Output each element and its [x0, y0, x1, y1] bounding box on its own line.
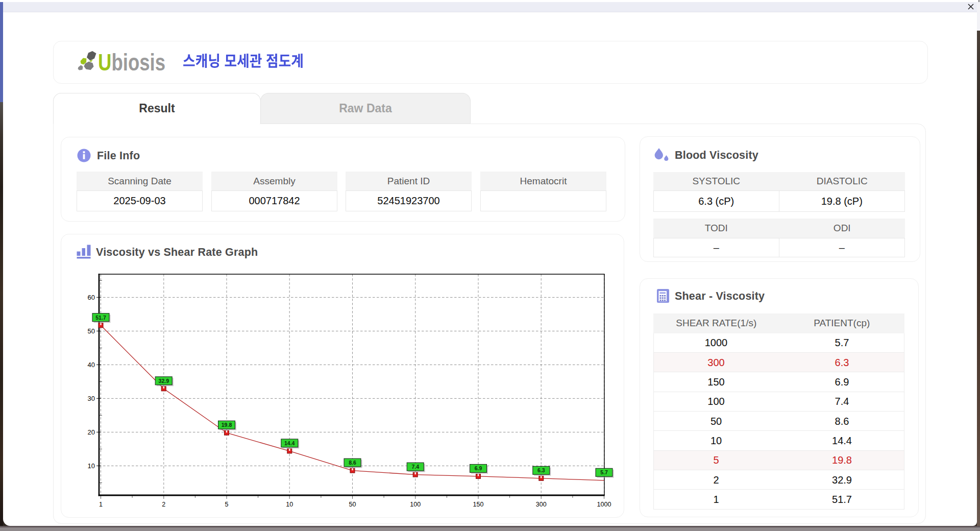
svg-text:5.7: 5.7 [600, 469, 608, 475]
svg-text:150: 150 [473, 501, 484, 508]
svg-text:100: 100 [410, 501, 421, 508]
svg-text:60: 60 [88, 294, 95, 301]
svg-text:6.9: 6.9 [475, 465, 482, 471]
svg-text:10: 10 [286, 501, 293, 508]
svg-text:50: 50 [88, 327, 95, 335]
svg-text:2: 2 [162, 501, 165, 508]
svg-text:7.4: 7.4 [411, 464, 419, 470]
svg-text:40: 40 [88, 361, 95, 369]
svg-text:10: 10 [88, 462, 95, 470]
svg-text:20: 20 [88, 428, 95, 436]
svg-text:5: 5 [225, 501, 229, 508]
svg-text:50: 50 [349, 501, 356, 508]
svg-text:8.6: 8.6 [349, 460, 356, 466]
svg-text:300: 300 [536, 501, 547, 508]
svg-text:51.7: 51.7 [95, 315, 106, 321]
svg-text:1000: 1000 [597, 501, 611, 508]
svg-text:14.4: 14.4 [284, 440, 295, 446]
svg-text:6.3: 6.3 [537, 467, 545, 473]
svg-text:30: 30 [88, 395, 95, 402]
svg-text:32.9: 32.9 [159, 378, 169, 384]
svg-text:19.8: 19.8 [222, 422, 232, 428]
svg-text:1: 1 [99, 501, 103, 508]
